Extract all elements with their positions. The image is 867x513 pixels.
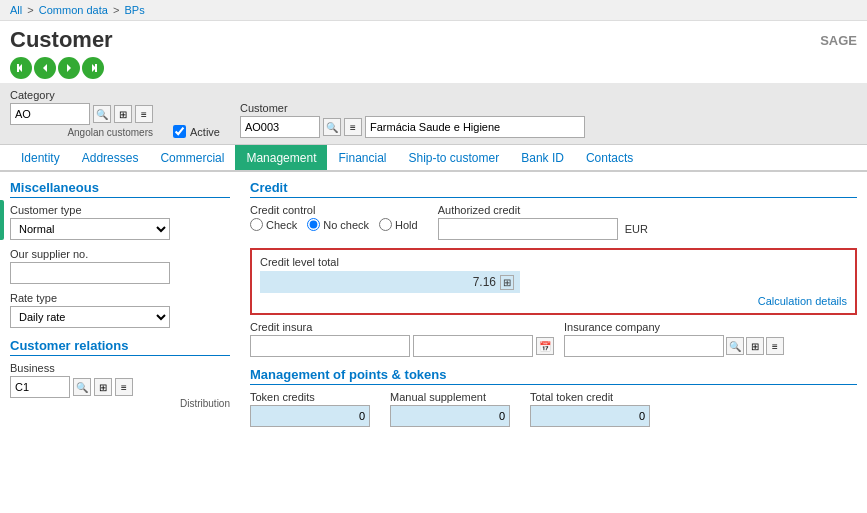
insura-date-input[interactable] <box>413 335 533 357</box>
insura-add-btn[interactable]: ⊞ <box>746 337 764 355</box>
credit-top-row: Credit control Check No check Hold <box>250 204 857 240</box>
total-token-credit-label: Total token credit <box>530 391 650 403</box>
nav-buttons <box>10 57 113 79</box>
left-panel: Miscellaneous Customer type Normal Inter… <box>10 180 230 513</box>
points-tokens-title: Management of points & tokens <box>250 367 857 385</box>
total-token-credit-input[interactable] <box>530 405 650 427</box>
customer-type-group: Customer type Normal Internal Intercompa… <box>10 204 230 240</box>
tab-ship-to-customer[interactable]: Ship-to customer <box>398 145 511 170</box>
credit-level-number: 7.16 <box>473 275 496 289</box>
manual-supplement-label: Manual supplement <box>390 391 510 403</box>
business-add-btn[interactable]: ⊞ <box>94 378 112 396</box>
category-add-btn[interactable]: ⊞ <box>114 105 132 123</box>
tab-financial[interactable]: Financial <box>327 145 397 170</box>
rate-type-group: Rate type Daily rate Fixed rate Monthly … <box>10 292 230 328</box>
sage-logo: SAGE <box>820 27 857 48</box>
credit-insura-input[interactable] <box>250 335 410 357</box>
tab-addresses[interactable]: Addresses <box>71 145 150 170</box>
nav-prev-button[interactable] <box>34 57 56 79</box>
credit-radio-group: Check No check Hold <box>250 218 418 231</box>
category-label: Category <box>10 89 153 101</box>
customer-search-btn[interactable]: 🔍 <box>323 118 341 136</box>
radio-check-label[interactable]: Check <box>250 218 297 231</box>
right-panel: Credit Credit control Check No check Hol… <box>250 180 857 513</box>
breadcrumb-sep1: > <box>27 4 33 16</box>
miscellaneous-title: Miscellaneous <box>10 180 230 198</box>
active-row: Active <box>173 125 220 138</box>
breadcrumb-bps: BPs <box>124 4 144 16</box>
calculation-details-link[interactable]: Calculation details <box>260 295 847 307</box>
svg-marker-3 <box>67 64 71 72</box>
authorized-credit-field: Authorized credit EUR <box>438 204 648 240</box>
customer-name-input[interactable] <box>365 116 585 138</box>
customer-label: Customer <box>240 102 585 114</box>
category-input[interactable] <box>10 103 90 125</box>
insura-search-btn[interactable]: 🔍 <box>726 337 744 355</box>
manual-supplement-input[interactable] <box>390 405 510 427</box>
authorized-credit-input[interactable] <box>438 218 618 240</box>
insurance-company-field: Insurance company 🔍 ⊞ ≡ <box>564 321 784 357</box>
insura-calendar-btn[interactable]: 📅 <box>536 337 554 355</box>
customer-type-select[interactable]: Normal Internal Intercompany <box>10 218 170 240</box>
customer-code-input[interactable] <box>240 116 320 138</box>
breadcrumb-all[interactable]: All <box>10 4 22 16</box>
business-label: Business <box>10 362 230 374</box>
nav-first-button[interactable] <box>10 57 32 79</box>
insura-list-btn[interactable]: ≡ <box>766 337 784 355</box>
business-row: 🔍 ⊞ ≡ <box>10 376 230 398</box>
page-title: Customer <box>10 27 113 53</box>
customer-relations-section: Customer relations Business 🔍 ⊞ ≡ Distri… <box>10 338 230 409</box>
header-left: Customer <box>10 27 113 79</box>
radio-no-check-label[interactable]: No check <box>307 218 369 231</box>
category-hint: Angolan customers <box>10 127 153 138</box>
nav-last-button[interactable] <box>82 57 104 79</box>
credit-section: Credit Credit control Check No check Hol… <box>250 180 857 357</box>
business-list-btn[interactable]: ≡ <box>115 378 133 396</box>
rate-type-select[interactable]: Daily rate Fixed rate Monthly rate <box>10 306 170 328</box>
breadcrumb: All > Common data > BPs <box>0 0 867 21</box>
vertical-indicator <box>0 200 4 240</box>
credit-insura-label: Credit insura <box>250 321 554 333</box>
credit-title: Credit <box>250 180 857 198</box>
tab-commercial[interactable]: Commercial <box>149 145 235 170</box>
credit-level-icon[interactable]: ⊞ <box>500 275 514 290</box>
radio-hold[interactable] <box>379 218 392 231</box>
tab-contacts[interactable]: Contacts <box>575 145 644 170</box>
tabs: Identity Addresses Commercial Management… <box>0 145 867 172</box>
tab-bank-id[interactable]: Bank ID <box>510 145 575 170</box>
credit-control-label: Credit control <box>250 204 418 216</box>
credit-level-total-label: Credit level total <box>260 256 847 268</box>
radio-no-check[interactable] <box>307 218 320 231</box>
radio-check[interactable] <box>250 218 263 231</box>
category-list-btn[interactable]: ≡ <box>135 105 153 123</box>
business-group: Business 🔍 ⊞ ≡ Distribution <box>10 362 230 409</box>
credit-insura-field: Credit insura 📅 <box>250 321 554 357</box>
business-search-btn[interactable]: 🔍 <box>73 378 91 396</box>
svg-marker-2 <box>43 64 47 72</box>
currency-label: EUR <box>625 223 648 235</box>
category-search-btn[interactable]: 🔍 <box>93 105 111 123</box>
breadcrumb-common-data[interactable]: Common data <box>39 4 108 16</box>
token-credits-field: Token credits <box>250 391 370 427</box>
token-credits-input[interactable] <box>250 405 370 427</box>
active-checkbox[interactable] <box>173 125 186 138</box>
authorized-credit-label: Authorized credit <box>438 204 648 216</box>
svg-rect-5 <box>95 64 97 72</box>
insura-search-group: 🔍 ⊞ ≡ <box>564 335 784 357</box>
tab-management[interactable]: Management <box>235 145 327 170</box>
tab-identity[interactable]: Identity <box>10 145 71 170</box>
category-row: 🔍 ⊞ ≡ <box>10 103 153 125</box>
customer-group: Customer 🔍 ≡ <box>240 102 585 138</box>
customer-relations-title: Customer relations <box>10 338 230 356</box>
rate-type-label: Rate type <box>10 292 230 304</box>
nav-next-button[interactable] <box>58 57 80 79</box>
total-token-credit-field: Total token credit <box>530 391 650 427</box>
business-input[interactable] <box>10 376 70 398</box>
insurance-company-input[interactable] <box>564 335 724 357</box>
customer-list-btn[interactable]: ≡ <box>344 118 362 136</box>
credit-level-total-value: 7.16 ⊞ <box>260 271 520 293</box>
supplier-no-input[interactable] <box>10 262 170 284</box>
breadcrumb-sep2: > <box>113 4 119 16</box>
customer-type-label: Customer type <box>10 204 230 216</box>
radio-hold-label[interactable]: Hold <box>379 218 418 231</box>
